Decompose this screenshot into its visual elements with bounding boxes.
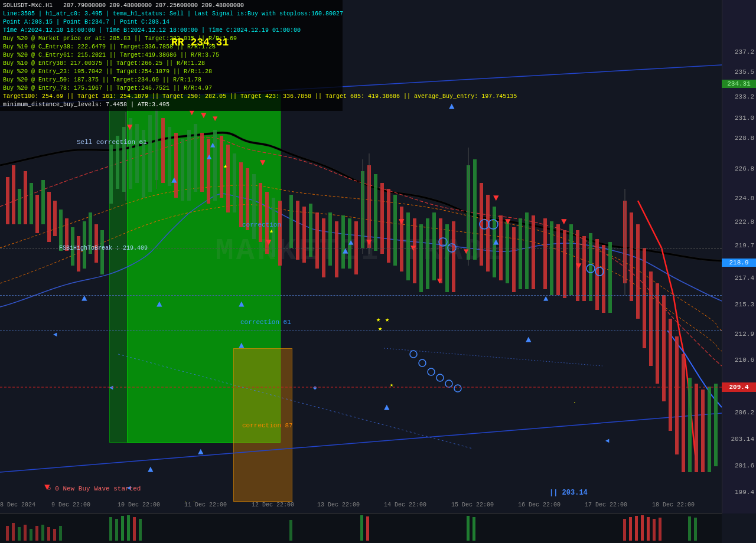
- svg-text:▼: ▼: [44, 482, 50, 493]
- svg-rect-62: [393, 195, 397, 266]
- svg-rect-207: [694, 518, 697, 541]
- svg-rect-2: [6, 177, 9, 224]
- hline-blue-low: [0, 295, 722, 296]
- svg-rect-86: [563, 230, 566, 298]
- svg-point-122: [454, 385, 461, 392]
- svg-text:◄: ◄: [605, 437, 610, 444]
- svg-rect-72: [467, 165, 470, 260]
- svg-rect-48: [302, 207, 306, 263]
- svg-text:▼: ▼: [399, 217, 405, 227]
- svg-rect-52: [328, 212, 332, 266]
- svg-rect-53: [335, 221, 338, 277]
- svg-rect-194: [289, 520, 292, 541]
- svg-rect-195: [360, 515, 363, 541]
- svg-rect-80: [519, 218, 522, 289]
- svg-rect-74: [480, 183, 483, 266]
- svg-rect-58: [367, 165, 371, 248]
- svg-rect-191: [127, 515, 130, 541]
- svg-rect-185: [47, 527, 50, 541]
- svg-rect-101: [669, 319, 672, 431]
- svg-rect-199: [623, 519, 626, 541]
- svg-rect-76: [493, 207, 496, 277]
- svg-line-0: [0, 413, 722, 472]
- svg-rect-97: [643, 248, 646, 348]
- rr-label: RR 234.31: [171, 37, 229, 48]
- hline-blue-lower: [0, 331, 722, 331]
- svg-rect-71: [452, 221, 455, 292]
- price-217: 217.4: [735, 274, 754, 282]
- svg-rect-196: [366, 516, 369, 541]
- svg-rect-201: [635, 516, 638, 541]
- svg-rect-96: [636, 224, 640, 319]
- svg-rect-87: [569, 224, 573, 295]
- price-224: 224.8: [735, 195, 754, 202]
- svg-rect-105: [695, 384, 698, 472]
- svg-text:·: ·: [573, 400, 576, 406]
- svg-rect-186: [53, 529, 56, 541]
- time-label-7: 15 Dec 22:00: [451, 502, 494, 508]
- info-line7: Buy %10 @ Entry38: 217.00375 || Target:2…: [3, 60, 340, 68]
- price-215: 215.3: [735, 301, 754, 308]
- svg-rect-61: [387, 189, 390, 263]
- new-buy-wave-label: ○ 0 New Buy Wave started: [47, 485, 141, 492]
- orange-zone: [233, 348, 292, 502]
- svg-text:▲: ▲: [526, 335, 532, 345]
- time-label-10: 18 Dec 22:00: [652, 502, 695, 508]
- svg-rect-95: [630, 212, 633, 301]
- svg-rect-108: [714, 384, 718, 466]
- svg-text:◄: ◄: [53, 331, 57, 338]
- svg-point-119: [428, 368, 435, 375]
- svg-rect-103: [682, 354, 685, 472]
- svg-rect-12: [65, 218, 69, 251]
- svg-text:◆: ◆: [313, 384, 317, 391]
- svg-rect-85: [556, 224, 560, 295]
- svg-point-121: [445, 380, 452, 387]
- svg-rect-75: [486, 195, 490, 272]
- svg-rect-93: [608, 242, 612, 313]
- info-line10: Buy %20 @ Entry_78: 175.1967 || Target:2…: [3, 84, 340, 93]
- svg-rect-197: [467, 516, 470, 541]
- svg-point-118: [419, 359, 426, 367]
- svg-text:★: ★: [376, 316, 380, 324]
- svg-rect-94: [623, 201, 627, 283]
- svg-rect-57: [361, 171, 364, 248]
- info-line1: Line:3505 | h1_atr_c0: 3.495 | tema_h1_s…: [3, 10, 340, 18]
- svg-rect-82: [532, 215, 535, 289]
- svg-rect-180: [18, 527, 21, 541]
- svg-point-124: [488, 220, 498, 229]
- svg-rect-66: [419, 224, 423, 292]
- svg-rect-188: [109, 517, 112, 541]
- svg-rect-13: [71, 227, 74, 266]
- time-label-6: 14 Dec 22:00: [384, 502, 426, 508]
- svg-text:▲: ▲: [449, 102, 455, 112]
- svg-text:▲: ▲: [384, 403, 390, 413]
- svg-rect-89: [582, 236, 586, 301]
- svg-rect-200: [629, 517, 632, 541]
- svg-text:★: ★: [390, 382, 393, 388]
- info-line11: Target100: 254.69 || Target 161: 254.187…: [3, 93, 340, 101]
- svg-rect-192: [133, 517, 136, 541]
- svg-rect-189: [115, 519, 118, 541]
- time-label-0: 8 Dec 2024: [0, 502, 35, 508]
- svg-rect-92: [602, 245, 605, 313]
- svg-rect-178: [6, 526, 9, 541]
- svg-text:▼: ▼: [505, 217, 511, 227]
- svg-text:▼: ▼: [493, 193, 499, 204]
- svg-line-116: [384, 348, 602, 366]
- svg-text:▲: ▲: [348, 238, 354, 247]
- svg-text:▲: ▲: [493, 237, 499, 248]
- svg-rect-14: [77, 236, 80, 272]
- svg-rect-59: [374, 174, 377, 251]
- info-line8: Buy %20 @ Entry_23: 195.7042 || Target:2…: [3, 68, 340, 76]
- svg-rect-4: [18, 189, 21, 224]
- svg-text:▲: ▲: [148, 465, 154, 475]
- svg-text:▼: ▼: [561, 217, 567, 227]
- svg-text:★: ★: [385, 316, 389, 324]
- svg-rect-68: [432, 212, 436, 280]
- price-222: 222.8: [735, 218, 754, 225]
- svg-rect-11: [59, 210, 63, 251]
- svg-rect-106: [701, 390, 705, 472]
- svg-rect-73: [473, 159, 477, 260]
- price-219: 219.7: [735, 242, 754, 249]
- svg-rect-184: [41, 525, 44, 541]
